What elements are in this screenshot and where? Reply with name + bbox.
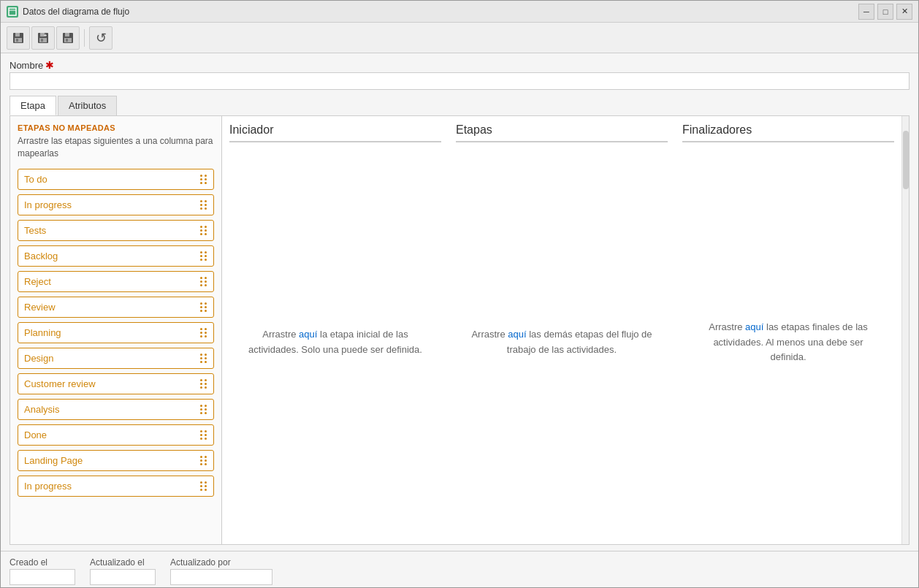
name-input[interactable] (9, 72, 910, 90)
drag-handle[interactable] (200, 226, 207, 235)
stage-item[interactable]: To do (18, 169, 214, 190)
columns-area: Iniciador Arrastre aquí la etapa inicial… (222, 116, 901, 544)
tab-content: ETAPAS NO MAPEADAS Arrastre las etapas s… (9, 115, 910, 545)
tab-etapa[interactable]: Etapa (9, 96, 56, 115)
tab-inner: ETAPAS NO MAPEADAS Arrastre las etapas s… (10, 116, 909, 544)
stage-label: To do (24, 174, 47, 185)
drag-handle[interactable] (200, 430, 207, 440)
updated-by-input[interactable] (170, 569, 272, 585)
window-title: Datos del diagrama de flujo (23, 7, 858, 17)
column-iniciador: Iniciador Arrastre aquí la etapa inicial… (229, 123, 441, 537)
drag-handle[interactable] (200, 277, 207, 286)
drop-text-finalizadores: Arrastre aquí las etapas finales de las … (697, 320, 880, 365)
drag-handle[interactable] (200, 405, 207, 414)
footer-field-updated-by: Actualizado por (170, 557, 272, 585)
stages-list: To do In progress (18, 169, 214, 497)
stage-label: Landing Page (24, 455, 83, 466)
drag-handle[interactable] (200, 456, 207, 465)
svg-rect-14 (66, 39, 68, 42)
title-bar: Datos del diagrama de flujo ─ □ ✕ (1, 1, 918, 23)
svg-rect-3 (15, 33, 20, 37)
stage-label: Customer review (24, 378, 96, 389)
stage-label: In progress (24, 199, 72, 210)
right-scrollbar[interactable] (901, 116, 909, 544)
drag-handle[interactable] (200, 328, 207, 337)
created-input[interactable] (9, 569, 75, 585)
stage-item[interactable]: Backlog (18, 245, 214, 267)
created-label: Creado el (9, 557, 75, 568)
save-icon-1 (12, 31, 25, 45)
drag-handle[interactable] (200, 354, 207, 363)
stage-item[interactable]: Design (18, 348, 214, 369)
column-title-iniciador: Iniciador (229, 123, 441, 142)
stage-label: Design (24, 353, 53, 364)
drag-handle[interactable] (200, 175, 207, 184)
stage-label: Backlog (24, 251, 58, 261)
content-area: Nombre ✱ Etapa Atributos ETAPAS NO MAPEA… (1, 53, 918, 551)
stage-label: Planning (24, 327, 61, 338)
stage-label: In progress (24, 481, 72, 492)
save-icon-2: + (37, 31, 50, 45)
drop-text-iniciador: Arrastre aquí la etapa inicial de las ac… (244, 327, 427, 358)
drop-link-iniciador: aquí (299, 329, 317, 340)
stage-label: Reject (24, 276, 51, 287)
stage-item[interactable]: Reject (18, 271, 214, 292)
footer-field-created: Creado el (9, 557, 75, 585)
stage-item[interactable]: In progress (18, 476, 214, 497)
updated-input[interactable] (90, 569, 156, 585)
required-indicator: ✱ (45, 59, 54, 71)
maximize-button[interactable]: □ (877, 4, 893, 20)
minimize-button[interactable]: ─ (858, 4, 874, 20)
svg-rect-0 (9, 8, 16, 15)
stage-label: Done (24, 429, 47, 440)
column-etapas: Etapas Arrastre aquí las demás etapas de… (456, 123, 668, 537)
name-label: Nombre ✱ (9, 59, 910, 71)
stage-item[interactable]: Planning (18, 322, 214, 343)
stage-item[interactable]: In progress (18, 194, 214, 215)
tabs-header: Etapa Atributos (9, 96, 910, 115)
stage-item[interactable]: Done (18, 424, 214, 446)
stage-item[interactable]: Analysis (18, 399, 214, 420)
drag-handle[interactable] (200, 379, 207, 389)
column-finalizadores: Finalizadores Arrastre aquí las etapas f… (682, 123, 894, 537)
drop-zone-iniciador[interactable]: Arrastre aquí la etapa inicial de las ac… (229, 148, 441, 537)
drop-zone-finalizadores[interactable]: Arrastre aquí las etapas finales de las … (682, 148, 894, 537)
name-field-row: Nombre ✱ (9, 59, 910, 90)
tab-atributos[interactable]: Atributos (58, 96, 117, 115)
stage-item[interactable]: Review (18, 297, 214, 318)
tabs-container: Etapa Atributos (9, 96, 910, 115)
drop-link-finalizadores: aquí (745, 321, 763, 332)
stage-item[interactable]: Tests (18, 220, 214, 241)
stage-label: Analysis (24, 404, 59, 415)
svg-rect-12 (65, 33, 69, 37)
column-title-etapas: Etapas (456, 123, 668, 142)
left-panel: ETAPAS NO MAPEADAS Arrastre las etapas s… (10, 116, 222, 544)
close-button[interactable]: ✕ (896, 4, 912, 20)
refresh-icon: ↺ (96, 30, 107, 46)
drop-zone-etapas[interactable]: Arrastre aquí las demás etapas del flujo… (456, 148, 668, 537)
stage-label: Tests (24, 225, 46, 236)
scrollbar-thumb[interactable] (903, 131, 909, 189)
save-button-3[interactable] (56, 26, 80, 50)
drag-handle[interactable] (200, 251, 207, 261)
drop-link-etapas: aquí (508, 329, 526, 340)
drag-handle[interactable] (200, 200, 207, 210)
stage-item[interactable]: Landing Page (18, 450, 214, 471)
stage-label: Review (24, 302, 56, 313)
footer-field-updated: Actualizado el (90, 557, 156, 585)
drag-handle[interactable] (200, 481, 207, 491)
footer-bar: Creado el Actualizado el Actualizado por (1, 551, 918, 587)
svg-text:+: + (44, 33, 47, 38)
column-title-finalizadores: Finalizadores (682, 123, 894, 142)
drag-handle[interactable] (200, 302, 207, 312)
updated-label: Actualizado el (90, 557, 156, 568)
svg-rect-9 (41, 39, 43, 42)
toolbar-separator (84, 29, 85, 47)
save-icon-3 (61, 31, 75, 45)
main-window: Datos del diagrama de flujo ─ □ ✕ + (0, 0, 919, 588)
save-button-2[interactable]: + (31, 26, 55, 50)
toolbar: + ↺ (1, 23, 918, 53)
stage-item-customer-review[interactable]: Customer review (18, 373, 214, 394)
refresh-button[interactable]: ↺ (89, 26, 113, 50)
save-button-1[interactable] (7, 26, 30, 50)
